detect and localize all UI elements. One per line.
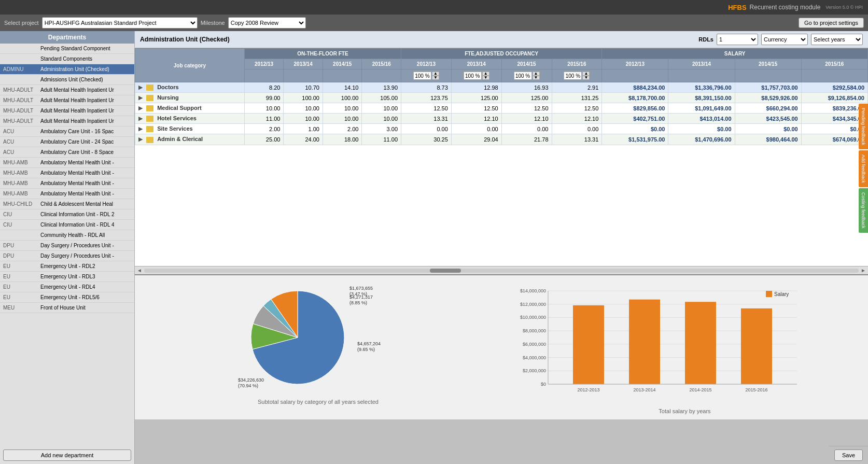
pie-chart-container: $3,421,035(7.09 %)$1,673,655(3.47 %)$4,2…: [140, 280, 496, 414]
salary-cell: $1,531,975.00: [602, 134, 668, 145]
bar-chart: $14,000,000$12,000,000$10,000,000$8,000,…: [507, 280, 807, 404]
salary-cell: $1,757,703.00: [735, 82, 801, 93]
side-tab[interactable]: Costing feedback: [859, 188, 868, 233]
dept-name: Standard Components: [40, 56, 92, 62]
sidebar-item[interactable]: EUEmergency Unit - RDL4: [0, 282, 134, 292]
currency-select[interactable]: Currency: [761, 34, 808, 45]
sidebar-item[interactable]: Standard Components: [0, 54, 134, 64]
sidebar-item[interactable]: DPUDay Surgery / Procedures Unit -: [0, 241, 134, 251]
expand-icon[interactable]: ▶: [138, 136, 143, 142]
adj-fte-cell: 12.50: [501, 103, 552, 114]
go-to-settings-button[interactable]: Go to project settings: [799, 18, 864, 28]
expand-icon[interactable]: ▶: [138, 84, 143, 90]
dept-code: DPU: [3, 253, 40, 259]
sidebar-item[interactable]: MHU-AMBAmbulatory Mental Health Unit -: [0, 189, 134, 199]
job-category-cell: ▶ Admin & Clerical: [135, 134, 245, 145]
spin-down[interactable]: ▼: [432, 76, 439, 80]
occupation-label: Hotel Services: [157, 115, 197, 121]
sidebar-item[interactable]: DPUDay Surgery / Procedures Unit -: [0, 251, 134, 261]
spin-down[interactable]: ▼: [582, 76, 590, 80]
occupancy-input[interactable]: [514, 72, 532, 80]
adj-fte-cell: 12.50: [401, 103, 452, 114]
side-tab[interactable]: Pending feedback: [859, 104, 868, 149]
year-header: 2014/15: [323, 59, 362, 69]
project-select[interactable]: HPI-AUSHFG Australasian Standard Project: [42, 17, 198, 29]
panel-title: Administration Unit (Checked): [140, 36, 230, 43]
sidebar-item[interactable]: CIUClinical Information Unit - RDL 2: [0, 209, 134, 220]
milestone-select[interactable]: Copy 2008 Review: [228, 17, 306, 29]
dept-code: MHU-ADULT: [3, 118, 40, 124]
y-axis-label: $4,000,000: [523, 355, 546, 360]
sidebar-item[interactable]: EUEmergency Unit - RDL5/6: [0, 292, 134, 303]
side-tab[interactable]: Add feedback: [859, 150, 868, 187]
sidebar-item[interactable]: MHU-AMBAmbulatory Mental Health Unit -: [0, 158, 134, 168]
sidebar-item[interactable]: Community Health - RDL All: [0, 230, 134, 241]
sidebar-item[interactable]: Pending Standard Component: [0, 44, 134, 54]
sidebar-item[interactable]: MHU-ADULTAdult Mental Health Inpatient U…: [0, 95, 134, 106]
job-category-cell: ▶ Nursing: [135, 93, 245, 103]
spin-down[interactable]: ▼: [533, 76, 540, 80]
adj-fte-cell: 12.50: [552, 103, 602, 114]
adj-fte-cell: 0.00: [451, 124, 501, 134]
salary-cell: $423,545.00: [735, 114, 801, 124]
dept-code: MHU-AMB: [3, 160, 40, 165]
salary-cell: $9,126,854.00: [801, 93, 867, 103]
sidebar-item[interactable]: CIUClinical Information Unit - RDL 4: [0, 220, 134, 230]
add-department-button[interactable]: Add new department: [3, 449, 131, 461]
sidebar-item[interactable]: EUEmergency Unit - RDL3: [0, 272, 134, 282]
dept-name: Emergency Unit - RDL2: [40, 263, 95, 269]
adj-fte-cell: 0.00: [552, 124, 602, 134]
save-button[interactable]: Save: [834, 449, 863, 461]
spin-down[interactable]: ▼: [482, 76, 489, 80]
sidebar-header: Departments: [0, 31, 134, 44]
dept-name: Adult Mental Health Inpatient Ur: [40, 87, 114, 93]
sidebar-item[interactable]: ACUAmbulatory Care Unit - 24 Spac: [0, 137, 134, 147]
sidebar-item[interactable]: MEUFront of House Unit: [0, 303, 134, 313]
salary-group-header: SALARY: [602, 49, 868, 59]
dept-name: Ambulatory Mental Health Unit -: [40, 160, 114, 165]
dept-name: Adult Mental Health Inpatient Ur: [40, 108, 114, 114]
sidebar-item[interactable]: MHU-ADULTAdult Mental Health Inpatient U…: [0, 85, 134, 95]
sidebar-item[interactable]: MHU-ADULTAdult Mental Health Inpatient U…: [0, 116, 134, 126]
salary-cell: $0.00: [801, 124, 867, 134]
sidebar-item[interactable]: ACUAmbulatory Care Unit - 16 Spac: [0, 126, 134, 137]
table-row: ▶ Hotel Services 11.0010.0010.0010.0013.…: [135, 114, 868, 124]
expand-icon[interactable]: ▶: [138, 105, 143, 111]
fte-cell: 3.00: [362, 124, 401, 134]
occupancy-input[interactable]: [464, 72, 482, 80]
sidebar-item[interactable]: MHU-AMBAmbulatory Mental Health Unit -: [0, 168, 134, 178]
years-select[interactable]: Select years: [811, 34, 863, 45]
folder-icon: [146, 126, 153, 132]
expand-icon[interactable]: ▶: [138, 94, 143, 101]
dept-name: Ambulatory Mental Health Unit -: [40, 170, 114, 176]
fte-cell: 13.90: [362, 82, 401, 93]
scroll-thumb[interactable]: [430, 269, 461, 273]
year-header: 2015/16: [362, 59, 401, 69]
sidebar-item[interactable]: Admissions Unit (Checked): [0, 75, 134, 85]
sidebar-item[interactable]: ADMINUAdministration Unit (Checked): [0, 64, 134, 75]
fte-cell: 1.00: [284, 124, 323, 134]
scroll-track[interactable]: [144, 269, 859, 273]
pie-pct-label: (9.65 %): [357, 347, 375, 352]
dept-code: ACU: [3, 149, 40, 155]
rdls-select[interactable]: 1: [717, 34, 758, 45]
dept-code: EU: [3, 284, 40, 290]
salary-cell: $829,856.00: [602, 103, 668, 114]
sidebar-item[interactable]: EUEmergency Unit - RDL2: [0, 261, 134, 272]
horizontal-scrollbar[interactable]: ◄ ►: [135, 266, 868, 274]
sidebar-list: Pending Standard ComponentStandard Compo…: [0, 44, 134, 446]
bar-rect: [685, 302, 716, 384]
occupancy-input[interactable]: [564, 72, 582, 80]
expand-icon[interactable]: ▶: [138, 115, 143, 121]
pie-chart-title: Subtotal salary by category of all years…: [258, 399, 379, 405]
fte-cell: 2.00: [323, 124, 362, 134]
expand-icon[interactable]: ▶: [138, 125, 143, 132]
dept-name: Ambulatory Mental Health Unit -: [40, 180, 114, 186]
sidebar-item[interactable]: ACUAmbulatory Care Unit - 8 Space: [0, 147, 134, 158]
occupancy-input[interactable]: [413, 72, 431, 80]
sidebar-item[interactable]: MHU-CHILDChild & Adolescent Mental Heal: [0, 199, 134, 209]
sidebar-item[interactable]: MHU-ADULTAdult Mental Health Inpatient U…: [0, 106, 134, 116]
job-category-cell: ▶ Hotel Services: [135, 114, 245, 124]
sidebar-item[interactable]: MHU-AMBAmbulatory Mental Health Unit -: [0, 178, 134, 189]
table-row: ▶ Site Services 2.001.002.003.000.000.00…: [135, 124, 868, 134]
